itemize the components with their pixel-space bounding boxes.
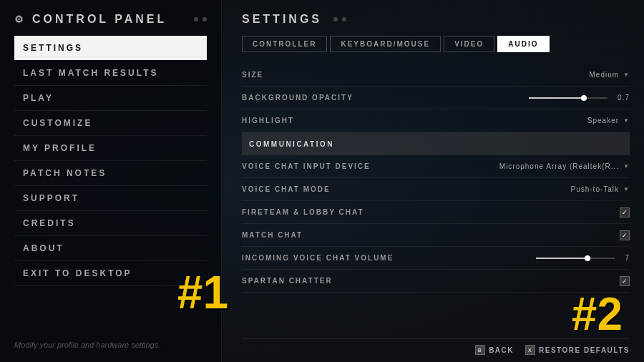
nav-item-exit[interactable]: EXIT TO DESKTOP [14,261,207,286]
nav-item-patch-notes[interactable]: PATCH NOTES [14,161,207,186]
settings-row-communication: COMMUNICATION [242,132,630,155]
row-value-highlight[interactable]: Speaker▼ [587,117,630,124]
slider-track-bg-opacity[interactable] [529,97,608,99]
slider-thumb-voice-volume [585,255,590,261]
panel-title-text: CONTROL PANEL [32,13,167,26]
settings-row-highlight[interactable]: HIGHLIGHTSpeaker▼ [242,109,630,132]
tab-keyboard[interactable]: KEYBOARD/MOUSE [330,36,441,52]
tab-controller[interactable]: CONTROLLER [242,36,327,52]
restore-label: Restore Defaults [539,346,630,354]
restore-defaults-button[interactable]: X Restore Defaults [525,345,630,355]
tabs-row: CONTROLLERKEYBOARD/MOUSEVIDEOAUDIO [242,36,630,52]
settings-header: SETTINGS [242,13,630,26]
gear-icon: ⚙ [14,14,26,25]
settings-row-voice-mode[interactable]: VOICE CHAT MODEPush-to-Talk▼ [242,178,630,201]
row-label-highlight: HIGHLIGHT [242,117,587,124]
dropdown-arrow-size: ▼ [623,72,630,78]
settings-header-dots [333,17,346,21]
panel-footer: Modify your profile and hardware setting… [0,333,221,355]
back-button[interactable]: B Back [475,345,514,355]
row-label-fireteam-chat: FIRETEAM & LOBBY CHAT [242,208,620,216]
checkbox-match-chat[interactable] [620,230,630,240]
settings-row-voice-volume[interactable]: INCOMING VOICE CHAT VOLUME7 [242,247,630,270]
right-panel: SETTINGS CONTROLLERKEYBOARD/MOUSEVIDEOAU… [222,0,644,362]
header-dot-2 [342,17,346,21]
row-label-voice-mode: VOICE CHAT MODE [242,185,571,193]
left-panel: ⚙ CONTROL PANEL SETTINGSLAST MATCH RESUL… [0,0,222,362]
row-label-spartan-chatter: SPARTAN CHATTER [242,277,620,285]
row-value-bg-opacity[interactable]: 0.7 [529,94,630,102]
settings-content: SIZEMedium▼BACKGROUND OPACITY0.7HIGHLIGH… [242,64,630,334]
header-dot-1 [333,17,338,21]
row-label-communication: COMMUNICATION [249,140,623,148]
nav-item-last-match[interactable]: LAST MATCH RESULTS [14,61,207,86]
settings-footer: B Back X Restore Defaults [242,338,630,355]
nav-item-credits[interactable]: CREDITS [14,211,207,236]
slider-value-bg-opacity: 0.7 [618,94,630,102]
dot-1 [194,17,198,21]
row-value-voice-input[interactable]: Microphone Array (Realtek(R...▼ [499,162,630,170]
nav-list: SETTINGSLAST MATCH RESULTSPLAYCUSTOMIZEM… [0,36,221,333]
back-label: Back [489,346,514,354]
settings-row-fireteam-chat[interactable]: FIRETEAM & LOBBY CHAT [242,201,630,224]
panel-title-dots [194,17,207,21]
nav-item-customize[interactable]: CUSTOMIZE [14,111,207,136]
row-label-voice-input: VOICE CHAT INPUT DEVICE [242,162,499,170]
nav-item-play[interactable]: PLAY [14,86,207,111]
settings-row-bg-opacity[interactable]: BACKGROUND OPACITY0.7 [242,87,630,109]
settings-row-voice-input[interactable]: VOICE CHAT INPUT DEVICEMicrophone Array … [242,155,630,178]
panel-title-row: ⚙ CONTROL PANEL [0,13,221,36]
checkbox-fireteam-chat[interactable] [620,207,630,217]
dropdown-value-voice-mode: Push-to-Talk [571,185,620,193]
dropdown-arrow-voice-mode: ▼ [623,186,630,192]
row-value-voice-mode[interactable]: Push-to-Talk▼ [571,185,630,193]
row-label-voice-volume: INCOMING VOICE CHAT VOLUME [242,254,536,262]
row-value-voice-volume[interactable]: 7 [536,254,630,262]
settings-row-match-chat[interactable]: MATCH CHAT [242,224,630,247]
settings-row-spartan-chatter[interactable]: SPARTAN CHATTER [242,270,630,293]
row-label-bg-opacity: BACKGROUND OPACITY [242,94,529,102]
row-label-match-chat: MATCH CHAT [242,231,620,239]
dropdown-arrow-highlight: ▼ [623,117,630,124]
main-layout: ⚙ CONTROL PANEL SETTINGSLAST MATCH RESUL… [0,0,644,362]
slider-track-voice-volume[interactable] [536,258,615,259]
dot-2 [203,17,207,21]
dropdown-value-size: Medium [590,71,620,79]
nav-item-about[interactable]: ABOUT [14,236,207,261]
slider-thumb-bg-opacity [581,95,587,101]
slider-fill-bg-opacity [529,97,584,99]
row-label-size: SIZE [242,71,590,79]
nav-item-support[interactable]: SUPPORT [14,186,207,211]
nav-item-settings[interactable]: SETTINGS [14,36,207,60]
dropdown-arrow-voice-input: ▼ [623,163,630,170]
slider-fill-voice-volume [536,258,587,259]
slider-value-voice-volume: 7 [625,254,630,262]
tab-audio[interactable]: AUDIO [497,36,549,52]
restore-key-icon: X [525,345,535,355]
back-key-icon: B [475,345,485,355]
tab-video[interactable]: VIDEO [444,36,494,52]
dropdown-value-voice-input: Microphone Array (Realtek(R... [499,162,619,170]
settings-title: SETTINGS [242,13,322,26]
row-value-size[interactable]: Medium▼ [590,71,630,79]
dropdown-value-highlight: Speaker [587,117,619,124]
nav-item-my-profile[interactable]: MY PROFILE [14,136,207,161]
settings-row-size[interactable]: SIZEMedium▼ [242,64,630,87]
checkbox-spartan-chatter[interactable] [620,276,630,286]
